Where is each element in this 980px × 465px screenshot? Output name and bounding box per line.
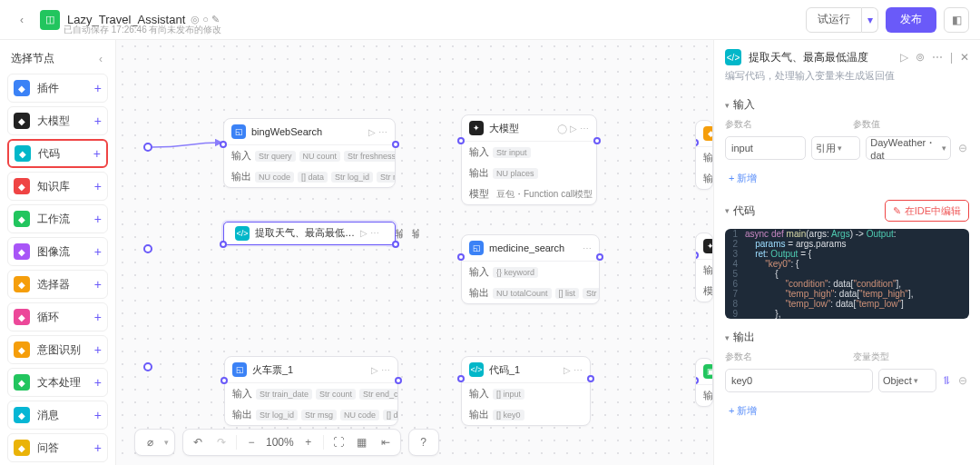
section-output-header[interactable]: ▾输出 (725, 330, 969, 345)
sidebar-label: 选择器 (37, 277, 94, 292)
workflow-canvas[interactable]: ◱bingWebSearch▷ ⋯ 输入Str queryNU countStr… (116, 40, 713, 465)
panel-toggle-icon[interactable]: ◧ (944, 7, 969, 33)
fit-icon[interactable]: ⛶ (329, 433, 348, 451)
run-button[interactable]: 试运行 (806, 7, 862, 33)
aux-icon: ✦ (703, 239, 713, 253)
add-node-icon[interactable]: + (94, 342, 102, 357)
add-node-icon[interactable]: + (94, 375, 102, 390)
sidebar-item-10[interactable]: ◆消息+ (7, 401, 108, 430)
plugin-icon: ◱ (469, 241, 484, 255)
add-output-button[interactable]: + 新增 (725, 400, 760, 421)
code-editor[interactable]: 1async def main(args: Args) -> Output: 2… (725, 229, 969, 319)
node-aux3[interactable]: ▣ 输 (695, 358, 713, 407)
add-node-icon[interactable]: + (94, 277, 102, 292)
add-node-icon[interactable]: + (94, 440, 102, 455)
add-node-icon[interactable]: + (94, 179, 102, 193)
collapse-icon[interactable]: ‹ (93, 52, 108, 66)
sidebar-label: 大模型 (37, 114, 94, 129)
sidebar-item-4[interactable]: ◆工作流+ (7, 204, 108, 233)
node-menu-icon[interactable]: ⋯ (583, 243, 592, 253)
sidebar-item-1[interactable]: ◆大模型+ (7, 106, 108, 135)
add-node-icon[interactable]: + (94, 212, 102, 226)
node-train[interactable]: ◱火车票_1▷ ⋯ 输入Str train_dateStr countStr e… (224, 356, 398, 426)
sidebar-item-7[interactable]: ◆循环+ (7, 302, 108, 331)
node-menu-icon[interactable]: ▷ ⋯ (368, 127, 387, 137)
run-node-icon[interactable]: ▷ (900, 51, 908, 64)
code-icon: </> (725, 49, 741, 65)
app-header: ‹ ◫ Lazy_Travel_Assistant ◎ ○ ✎ 已自动保存 17… (0, 0, 980, 40)
remove-row-icon[interactable]: ⊖ (956, 142, 969, 154)
start-port-1[interactable] (143, 143, 152, 152)
sidebar-label: 文本处理 (37, 375, 94, 391)
input-name-field[interactable] (725, 136, 806, 160)
sidebar-label: 工作流 (37, 212, 94, 227)
settings-icon[interactable]: ⊚ (916, 51, 925, 64)
add-node-icon[interactable]: + (94, 81, 102, 95)
back-button[interactable]: ‹ (11, 9, 33, 31)
node-bing[interactable]: ◱bingWebSearch▷ ⋯ 输入Str queryNU countStr… (223, 118, 396, 188)
node-sidebar: 选择节点 ‹ ◆插件+◆大模型+◆代码+◆知识库+◆工作流+◆图像流+◆选择器+… (0, 40, 116, 465)
add-node-icon[interactable]: + (93, 146, 101, 161)
inspector-panel: </> 提取天气、最高最低温度 ▷ ⊚ ⋯ | ✕ 编写代码，处理输入变量来生成… (713, 40, 980, 465)
sidebar-icon: ◆ (14, 309, 30, 325)
node-extract[interactable]: </>提取天气、最高最低温度▷ ⋯ 输入[] input 输出{} key0 (223, 222, 396, 245)
link-icon[interactable]: ⥮ (942, 374, 951, 387)
code-icon: </> (235, 226, 250, 241)
sidebar-item-6[interactable]: ◆选择器+ (7, 270, 108, 299)
open-ide-button[interactable]: ✎ 在IDE中编辑 (885, 200, 969, 222)
ref-select[interactable]: 引用▾ (811, 136, 860, 160)
sidebar-label: 意图识别 (37, 342, 94, 358)
node-medicine[interactable]: ◱medicine_search⋯ 输入{} keyword 输出NU tota… (461, 234, 600, 304)
zoom-in-icon[interactable]: + (299, 433, 318, 451)
section-code-header[interactable]: ▾代码 ✎ 在IDE中编辑 (725, 200, 969, 222)
node-code1[interactable]: </>代码_1▷ ⋯ 输入[] input 输出[] key0 (461, 356, 591, 426)
close-icon[interactable]: ✕ (960, 51, 969, 64)
sidebar-label: 问答 (37, 440, 94, 456)
output-name-field[interactable] (725, 369, 873, 392)
node-aux1[interactable]: ◆ 输输 (695, 120, 713, 190)
undo-icon[interactable]: ↶ (189, 433, 207, 451)
sidebar-title: 选择节点 ‹ (11, 51, 108, 66)
aux-icon: ◆ (703, 126, 713, 141)
node-menu-icon[interactable]: ▷ ⋯ (360, 228, 379, 238)
sidebar-icon: ◆ (14, 374, 30, 391)
attach-icon[interactable]: ⌀ (141, 433, 159, 451)
zoom-out-icon[interactable]: − (242, 433, 260, 451)
sidebar-label: 插件 (37, 81, 94, 96)
add-node-icon[interactable]: + (94, 408, 102, 422)
align-icon[interactable]: ⇤ (377, 433, 395, 451)
output-type-select[interactable]: Object▾ (878, 369, 936, 392)
node-menu-icon[interactable]: ▷ ⋯ (371, 365, 390, 375)
panel-title: 提取天气、最高最低温度 (749, 50, 893, 65)
sidebar-icon: ◆ (15, 145, 31, 162)
publish-button[interactable]: 发布 (886, 7, 936, 33)
sidebar-item-2[interactable]: ◆代码+ (7, 139, 108, 168)
remove-row-icon[interactable]: ⊖ (956, 374, 969, 387)
node-aux2[interactable]: ✦ 输模 (695, 232, 713, 302)
node-llm[interactable]: ✦大模型◯ ▷ ⋯ 输入Str input 输出NU places 模型豆包・F… (461, 114, 597, 205)
layout-icon[interactable]: ▦ (353, 433, 371, 451)
redo-icon[interactable]: ↷ (212, 433, 230, 451)
sidebar-item-11[interactable]: ◆问答+ (7, 433, 108, 462)
canvas-toolbar: ⌀▾ ↶ ↷ − 100% + ⛶ ▦ ⇤ ? (134, 429, 439, 456)
divider: | (950, 51, 953, 64)
run-dropdown[interactable]: ▾ (862, 7, 878, 33)
section-input-header[interactable]: ▾输入 (725, 97, 969, 113)
start-port-3[interactable] (143, 362, 152, 371)
start-port-2[interactable] (143, 244, 152, 253)
sidebar-item-9[interactable]: ◆文本处理+ (7, 368, 108, 397)
more-icon[interactable]: ⋯ (932, 51, 943, 64)
add-node-icon[interactable]: + (94, 310, 102, 324)
add-node-icon[interactable]: + (94, 114, 102, 128)
sidebar-item-8[interactable]: ◆意图识别+ (7, 335, 108, 364)
add-node-icon[interactable]: + (94, 244, 102, 259)
sidebar-item-3[interactable]: ◆知识库+ (7, 172, 108, 201)
sidebar-item-5[interactable]: ◆图像流+ (7, 237, 108, 266)
ref-value-select[interactable]: DayWeather・dat▾ (866, 136, 951, 160)
add-input-button[interactable]: + 新增 (725, 167, 760, 189)
node-menu-icon[interactable]: ▷ ⋯ (564, 365, 583, 375)
node-menu-icon[interactable]: ◯ ▷ ⋯ (557, 124, 589, 134)
help-icon[interactable]: ? (415, 433, 433, 451)
sidebar-item-0[interactable]: ◆插件+ (7, 74, 108, 103)
sidebar-icon: ◆ (14, 341, 30, 358)
